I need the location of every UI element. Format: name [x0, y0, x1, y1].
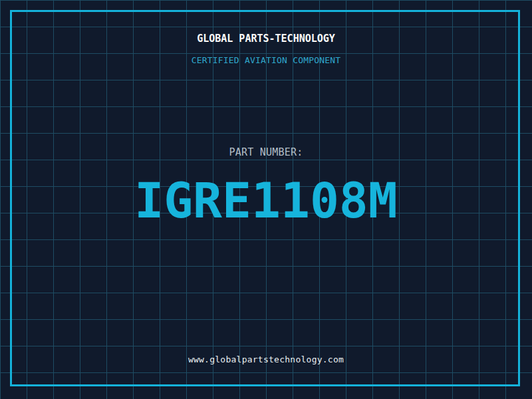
certification-subtitle: CERTIFIED AVIATION COMPONENT — [0, 56, 532, 65]
website-url: www.globalpartstechnology.com — [0, 355, 532, 364]
part-number-value: IGRE1108M — [0, 176, 532, 225]
company-name: GLOBAL PARTS-TECHNOLOGY — [0, 34, 532, 44]
blueprint-grid: GLOBAL PARTS-TECHNOLOGY CERTIFIED AVIATI… — [0, 0, 532, 399]
part-number-label: PART NUMBER: — [0, 148, 532, 158]
